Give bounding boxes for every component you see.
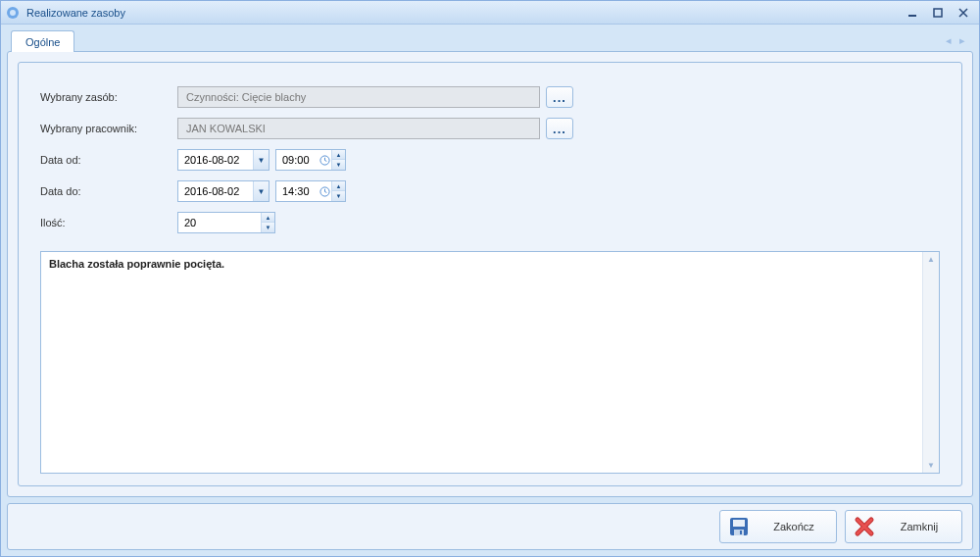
tab-prev[interactable]: ◂ [946, 34, 952, 47]
tab-nav: ◂ ▸ [946, 34, 965, 47]
date-from-picker[interactable]: 2016-08-02 ▼ [177, 149, 270, 171]
spin-down-icon[interactable]: ▼ [262, 223, 274, 232]
resource-lookup-button[interactable]: ... [546, 86, 573, 108]
row-date-to: Data do: 2016-08-02 ▼ 14:30 [40, 177, 940, 206]
spin-up-icon[interactable]: ▲ [332, 150, 345, 160]
window-controls [901, 5, 975, 21]
date-from-label: Data od: [40, 154, 177, 166]
row-resource: Wybrany zasób: Czynności: Cięcie blachy … [40, 82, 940, 112]
time-from-value: 09:00 [276, 154, 318, 166]
time-to-picker[interactable]: 14:30 ▲ ▼ [275, 180, 346, 202]
titlebar: Realizowane zasoby [1, 1, 979, 25]
date-to-label: Data do: [40, 185, 177, 197]
svg-rect-8 [734, 530, 744, 535]
quantity-value: 20 [178, 217, 261, 228]
notes-textarea[interactable]: Blacha została poprawnie pocięta. ▲ ▼ [40, 251, 940, 474]
time-from-picker[interactable]: 09:00 ▲ ▼ [275, 149, 346, 171]
quantity-stepper[interactable]: 20 ▲ ▼ [177, 212, 275, 233]
tab-container: Ogólne ◂ ▸ Wybrany zasób: Czynności: Cię… [7, 30, 973, 497]
time-to-value: 14:30 [276, 185, 318, 197]
window-title: Realizowane zasoby [26, 7, 901, 19]
close-button[interactable]: Zamknij [845, 510, 962, 543]
resource-field: Czynności: Cięcie blachy [177, 86, 540, 108]
svg-rect-7 [733, 520, 745, 527]
finish-button-label: Zakończ [760, 521, 828, 532]
spin-up-icon[interactable]: ▲ [262, 213, 274, 223]
svg-rect-9 [740, 531, 742, 534]
date-to-picker[interactable]: 2016-08-02 ▼ [177, 180, 270, 202]
minimize-button[interactable] [901, 5, 924, 21]
row-employee: Wybrany pracownik: JAN KOWALSKI ... [40, 114, 940, 143]
quantity-spinner[interactable]: ▲ ▼ [261, 213, 274, 232]
tab-body: Wybrany zasób: Czynności: Cięcie blachy … [7, 51, 973, 497]
resource-label: Wybrany zasób: [40, 91, 177, 103]
clock-icon [318, 155, 331, 166]
close-window-button[interactable] [952, 5, 975, 21]
time-to-spinner[interactable]: ▲ ▼ [331, 181, 345, 201]
employee-lookup-button[interactable]: ... [546, 118, 573, 139]
button-bar: Zakończ Zamknij [7, 503, 973, 550]
row-quantity: Ilość: 20 ▲ ▼ [40, 208, 940, 237]
scroll-up-icon[interactable]: ▲ [927, 255, 935, 264]
close-button-label: Zamknij [885, 521, 954, 532]
svg-rect-2 [908, 15, 916, 17]
close-icon [854, 516, 875, 537]
app-icon [5, 5, 21, 21]
quantity-label: Ilość: [40, 217, 177, 228]
row-date-from: Data od: 2016-08-02 ▼ 09:00 [40, 145, 940, 175]
date-from-value: 2016-08-02 [178, 154, 253, 166]
svg-point-1 [10, 10, 16, 16]
employee-label: Wybrany pracownik: [40, 123, 177, 134]
spin-down-icon[interactable]: ▼ [332, 191, 345, 201]
maximize-button[interactable] [926, 5, 950, 21]
content-area: Ogólne ◂ ▸ Wybrany zasób: Czynności: Cię… [1, 25, 979, 556]
notes-scrollbar[interactable]: ▲ ▼ [922, 252, 939, 473]
window: Realizowane zasoby Ogólne ◂ ▸ [0, 0, 980, 557]
clock-icon [318, 186, 331, 197]
notes-text: Blacha została poprawnie pocięta. [41, 252, 922, 473]
finish-button[interactable]: Zakończ [719, 510, 837, 543]
date-to-dropdown-icon[interactable]: ▼ [253, 181, 269, 201]
spin-down-icon[interactable]: ▼ [332, 160, 345, 170]
date-from-dropdown-icon[interactable]: ▼ [253, 150, 269, 170]
svg-rect-3 [934, 9, 942, 17]
form-panel: Wybrany zasób: Czynności: Cięcie blachy … [18, 62, 962, 486]
tab-strip: Ogólne ◂ ▸ [7, 30, 973, 52]
save-icon [728, 516, 750, 537]
scroll-down-icon[interactable]: ▼ [927, 461, 935, 470]
tab-general-label: Ogólne [25, 36, 60, 48]
tab-general[interactable]: Ogólne [11, 30, 74, 52]
spin-up-icon[interactable]: ▲ [332, 181, 345, 191]
date-to-value: 2016-08-02 [178, 185, 253, 197]
time-from-spinner[interactable]: ▲ ▼ [331, 150, 345, 170]
tab-next[interactable]: ▸ [959, 34, 965, 47]
employee-field: JAN KOWALSKI [177, 118, 540, 139]
